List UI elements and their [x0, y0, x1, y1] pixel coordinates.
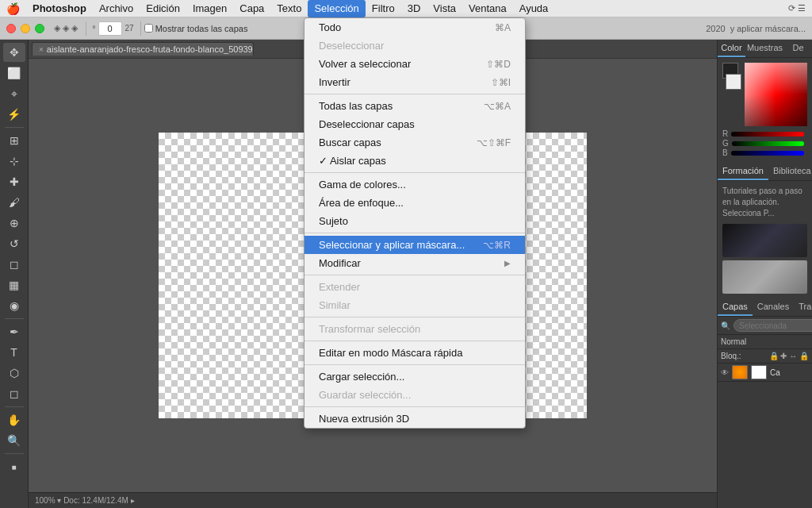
menu-modificar[interactable]: Modificar ▶	[304, 254, 525, 272]
menu-volver[interactable]: Volver a seleccionar ⇧⌘D	[304, 55, 525, 73]
menu-sujeto[interactable]: Sujeto	[304, 212, 525, 230]
menu-gama-colores[interactable]: Gama de colores...	[304, 175, 525, 194]
menu-sep-6	[304, 341, 525, 341]
menu-invertir[interactable]: Invertir ⇧⌘I	[304, 73, 525, 91]
menu-deseleccionar[interactable]: Deseleccionar	[304, 37, 525, 55]
menu-cargar[interactable]: Cargar selección...	[304, 368, 525, 386]
menu-editar-mascara[interactable]: Editar en modo Máscara rápida	[304, 344, 525, 362]
menu-buscar-capas[interactable]: Buscar capas ⌥⇧⌘F	[304, 133, 525, 152]
menu-sep-2	[304, 172, 525, 173]
menu-seleccionar-mascara[interactable]: Seleccionar y aplicar máscara... ⌥⌘R	[304, 236, 525, 254]
menu-transformar[interactable]: Transformar selección	[304, 320, 525, 338]
menu-todas-capas[interactable]: Todas las capas ⌥⌘A	[304, 97, 525, 115]
menu-desel-capas[interactable]: Deseleccionar capas	[304, 115, 525, 133]
menu-sep-3	[304, 233, 525, 233]
seleccion-dropdown-menu: Todo ⌘A Deseleccionar Volver a seleccion…	[304, 17, 526, 429]
menu-sep-1	[304, 94, 525, 94]
menu-area-enfoque[interactable]: Área de enfoque...	[304, 194, 525, 212]
menu-extrusion[interactable]: Nueva extrusión 3D	[304, 410, 525, 428]
menu-sep-7	[304, 364, 525, 365]
menu-todo[interactable]: Todo ⌘A	[304, 18, 525, 37]
dropdown-overlay[interactable]: Todo ⌘A Deseleccionar Volver a seleccion…	[0, 0, 812, 508]
menu-sep-5	[304, 317, 525, 318]
menu-sep-8	[304, 406, 525, 407]
menu-extender[interactable]: Extender	[304, 278, 525, 296]
menu-sep-4	[304, 275, 525, 275]
menu-guardar[interactable]: Guardar selección...	[304, 386, 525, 404]
menu-similar[interactable]: Similar	[304, 296, 525, 314]
menu-aislar-capas[interactable]: ✓ Aislar capas	[304, 152, 525, 170]
